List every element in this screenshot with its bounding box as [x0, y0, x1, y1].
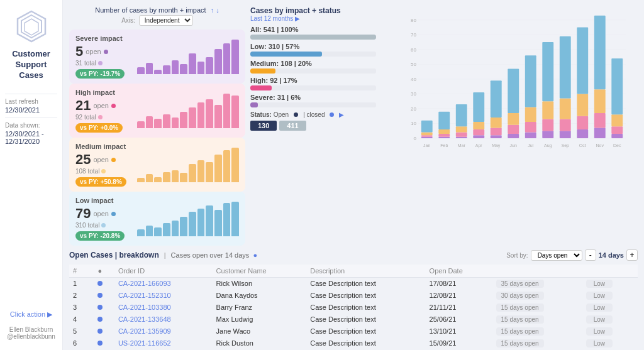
impact-row: Low: 310 | 57%: [250, 43, 389, 57]
impact-bar-fill: [250, 68, 275, 74]
impact-row-label: Medium: 108 | 20%: [250, 60, 389, 67]
row-impact: Low: [582, 290, 638, 302]
row-description: Case Description text: [306, 278, 425, 290]
svg-rect-59: [542, 42, 553, 101]
row-dot-icon: [97, 281, 103, 286]
impact-row: All: 541 | 100%: [250, 26, 389, 40]
severe-chart: [137, 40, 239, 74]
svg-marker-2: [25, 19, 38, 35]
svg-rect-41: [491, 135, 502, 138]
impact-row-label: Low: 310 | 57%: [250, 43, 389, 50]
high-total-dot: [98, 115, 103, 119]
user-info: Ellen Blackburn @ellenblackbunn: [7, 326, 55, 340]
click-action-link[interactable]: Click action ▶: [10, 310, 52, 319]
svg-text:Feb: Feb: [440, 143, 448, 148]
severe-open-count: 5 open: [75, 43, 132, 60]
row-impact: Low: [582, 325, 638, 337]
row-order-id[interactable]: US-2021-116652: [114, 337, 213, 349]
medium-total: 108 total: [75, 168, 132, 175]
table-row: 2 CA-2021-152310 Dana Kaydos Case Descri…: [69, 290, 638, 302]
table-subtitle: Cases open over 14 days ●: [171, 251, 257, 259]
svg-text:40: 40: [411, 77, 416, 82]
low-bars: [137, 202, 239, 236]
svg-rect-62: [560, 119, 571, 131]
row-order-id[interactable]: CA-2021-133648: [114, 314, 213, 325]
high-open-count: 21 open: [75, 97, 132, 114]
sort-controls: Sort by: Days open - 14 days +: [506, 249, 638, 261]
status-arrow[interactable]: ▶: [339, 111, 344, 118]
svg-rect-23: [421, 133, 433, 136]
row-order-id[interactable]: CA-2021-166093: [114, 278, 213, 290]
row-impact: Low: [582, 337, 638, 349]
row-num: 6: [69, 337, 94, 349]
svg-text:0: 0: [414, 136, 417, 141]
row-open-date: 13/10/21: [426, 325, 492, 337]
svg-text:Apr: Apr: [475, 143, 483, 148]
impact-bar-fill: [250, 52, 322, 57]
low-total: 310 total: [75, 222, 132, 229]
svg-text:70: 70: [411, 32, 416, 38]
plus-button[interactable]: +: [626, 249, 638, 261]
axis-select[interactable]: Independent: [139, 15, 193, 26]
row-dot-icon: [97, 305, 103, 310]
closed-dot: [330, 112, 334, 117]
user-handle: @ellenblackbunn: [7, 333, 55, 340]
svg-rect-76: [611, 134, 623, 138]
row-dot: [94, 302, 114, 314]
days-value: 14 days: [599, 251, 624, 259]
low-chart: [137, 202, 239, 236]
high-bars: [137, 94, 239, 128]
high-total: 92 total: [75, 114, 132, 121]
row-order-id[interactable]: CA-2021-103380: [114, 302, 213, 314]
row-open-date: 15/09/21: [426, 337, 492, 349]
minus-button[interactable]: -: [585, 249, 596, 261]
table-header-row: Open Cases | breakdown | Cases open over…: [69, 249, 638, 261]
last-refresh-label: Last refresh: [5, 98, 57, 105]
row-open-date: 21/11/21: [426, 302, 492, 314]
row-order-id[interactable]: CA-2021-135909: [114, 325, 213, 337]
impact-bar-fill: [250, 85, 272, 90]
row-order-id[interactable]: CA-2021-152310: [114, 290, 213, 302]
row-days-open: 30 days open: [492, 290, 582, 302]
svg-text:10: 10: [411, 121, 416, 126]
medium-bars: [137, 148, 239, 182]
low-open-dot: [111, 212, 116, 216]
svg-rect-68: [577, 94, 588, 116]
col-order-id: Order ID: [114, 265, 213, 278]
impact-bar-bg: [250, 68, 376, 74]
row-dot: [94, 290, 114, 302]
row-dot-icon: [97, 329, 103, 334]
svg-rect-72: [594, 113, 606, 128]
status-open-label: Status: Open: [250, 111, 289, 118]
svg-rect-61: [560, 131, 571, 138]
sort-select[interactable]: Days open: [531, 250, 582, 261]
svg-rect-52: [525, 122, 536, 132]
svg-rect-31: [456, 137, 467, 138]
svg-rect-28: [438, 129, 450, 134]
svg-text:Mar: Mar: [458, 143, 466, 148]
medium-card-left: Medium impact 25 open 108 total vs PY: +…: [75, 143, 132, 187]
medium-total-dot: [101, 169, 106, 173]
svg-rect-47: [508, 125, 519, 134]
table-row: 3 CA-2021-103380 Barry Franz Case Descri…: [69, 302, 638, 314]
high-impact-card: High impact 21 open 92 total vs PY: +0.0…: [69, 84, 245, 138]
svg-rect-58: [542, 101, 553, 119]
svg-rect-73: [594, 89, 606, 113]
svg-rect-51: [525, 133, 536, 138]
svg-text:50: 50: [411, 62, 416, 67]
svg-rect-63: [560, 98, 571, 119]
row-description: Case Description text: [306, 302, 425, 314]
impact-bar-bg: [250, 52, 376, 57]
table-row: 6 US-2021-116652 Rick Duston Case Descri…: [69, 337, 638, 349]
table-row: 5 CA-2021-135909 Jane Waco Case Descript…: [69, 325, 638, 337]
row-dot: [94, 278, 114, 290]
row-impact: Low: [582, 278, 638, 290]
row-impact: Low: [582, 314, 638, 325]
col-date: Open Date: [426, 265, 492, 278]
low-card-title: Low impact: [75, 197, 132, 204]
svg-text:May: May: [492, 143, 501, 148]
impact-bar-fill: [250, 102, 258, 107]
row-days-open: 35 days open: [492, 278, 582, 290]
medium-badge: vs PY: +50.8%: [75, 177, 126, 187]
svg-rect-74: [594, 16, 606, 90]
